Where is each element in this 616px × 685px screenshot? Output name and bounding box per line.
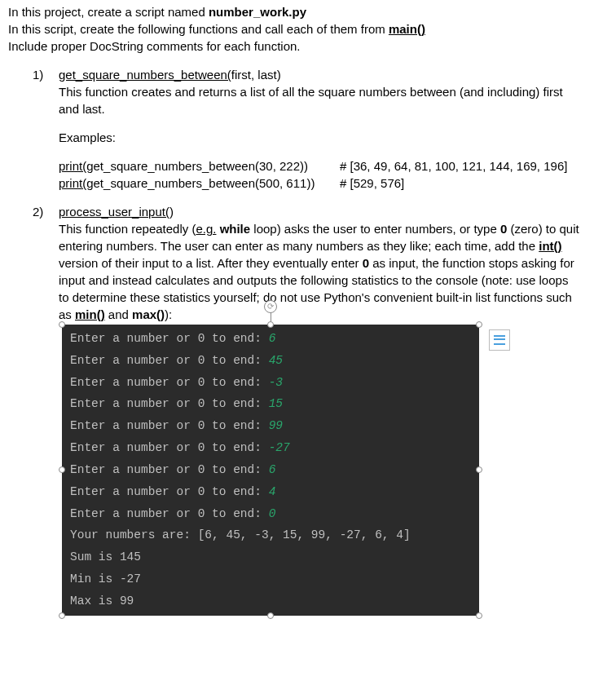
- intro-block: In this project, create a script named n…: [8, 3, 608, 55]
- rotate-handle-icon[interactable]: ⟳: [264, 300, 277, 313]
- example-row: print(get_square_numbers_between(30, 222…: [59, 157, 608, 175]
- terminal-container[interactable]: ⟳ Enter a number or 0 to end: 6 Enter a …: [62, 325, 479, 616]
- fn-name-underlined: get_square_numbers_between(: [59, 68, 231, 82]
- example-result: # [36, 49, 64, 81, 100, 121, 144, 169, 1…: [340, 157, 567, 175]
- terminal-output: Enter a number or 0 to end: 6 Enter a nu…: [62, 325, 479, 616]
- function-signature: get_square_numbers_between(first, last): [59, 66, 608, 83]
- resize-handle[interactable]: [267, 321, 274, 328]
- fn-name-underlined: process_user_input(: [59, 205, 169, 219]
- intro-line-1: In this project, create a script named n…: [8, 3, 608, 20]
- call-text: get_square_numbers_between(30, 222)): [86, 159, 308, 173]
- resize-handle[interactable]: [267, 612, 274, 619]
- function-signature: process_user_input(): [59, 203, 608, 220]
- resize-handle[interactable]: [476, 466, 482, 473]
- fn-params: first, last): [231, 68, 281, 82]
- function-list: get_square_numbers_between(first, last) …: [33, 66, 608, 616]
- layout-icon: [494, 335, 505, 345]
- resize-handle[interactable]: [59, 612, 65, 619]
- example-row: print(get_square_numbers_between(500, 61…: [59, 175, 608, 192]
- fn-params: ): [169, 205, 174, 219]
- call-text: get_square_numbers_between(500, 611)): [86, 176, 315, 190]
- function-item-2: process_user_input() This function repea…: [33, 203, 608, 616]
- intro-line-2: In this script, create the following fun…: [8, 20, 608, 38]
- example-result: # [529, 576]: [340, 175, 404, 192]
- main-fn: main(): [389, 22, 425, 36]
- resize-handle[interactable]: [59, 321, 65, 328]
- intro-text: In this project, create a script named: [8, 5, 209, 19]
- print-call: print(: [59, 159, 86, 173]
- examples-label: Examples:: [59, 129, 608, 146]
- function-description: This function creates and returns a list…: [59, 83, 580, 117]
- function-item-1: get_square_numbers_between(first, last) …: [33, 66, 608, 192]
- intro-line-3: Include proper DocString comments for ea…: [8, 38, 608, 55]
- function-description: This function repeatedly (e.g. while loo…: [59, 220, 580, 323]
- intro-text: In this script, create the following fun…: [8, 22, 389, 36]
- print-call: print(: [59, 176, 86, 190]
- resize-handle[interactable]: [476, 321, 482, 328]
- script-name: number_work.py: [209, 5, 306, 19]
- layout-options-button[interactable]: [489, 329, 510, 351]
- resize-handle[interactable]: [476, 612, 482, 619]
